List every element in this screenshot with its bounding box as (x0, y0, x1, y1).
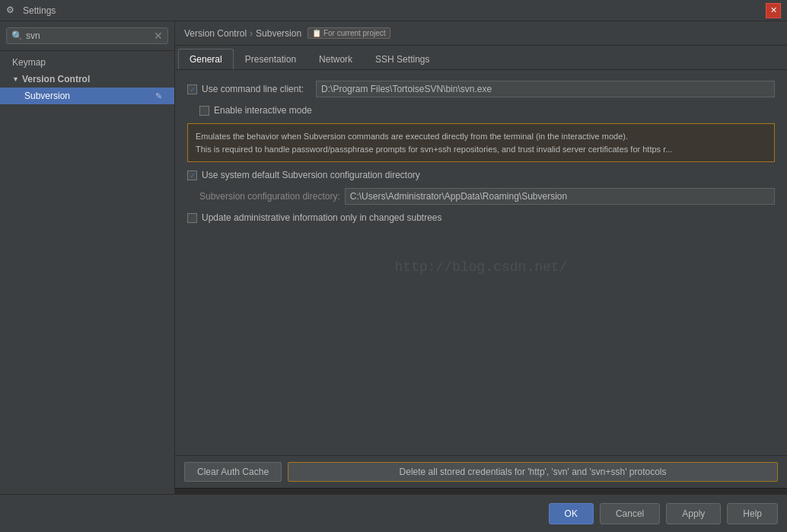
general-panel: Use command line client: Enable interact… (175, 70, 787, 455)
enable-interactive-row: Enable interactive mode (187, 105, 775, 116)
info-box: Emulates the behavior when Subversion co… (187, 123, 775, 162)
title-bar-title: Settings (23, 5, 766, 16)
breadcrumb-sep: › (250, 28, 253, 39)
config-dir-input[interactable] (345, 188, 775, 205)
search-bar: 🔍 ✕ (0, 21, 174, 51)
horizontal-scrollbar[interactable] (175, 488, 787, 494)
use-system-default-label[interactable]: Use system default Subversion configurat… (187, 170, 420, 180)
apply-button[interactable]: Apply (666, 503, 721, 524)
title-bar: ⚙ Settings ✕ (0, 0, 787, 21)
search-icon: 🔍 (11, 30, 23, 41)
use-cmd-client-row: Use command line client: (187, 81, 775, 97)
enable-interactive-label[interactable]: Enable interactive mode (199, 105, 312, 116)
use-system-default-text: Use system default Subversion configurat… (202, 170, 420, 180)
update-admin-label[interactable]: Update administrative information only i… (187, 212, 442, 223)
tabs-bar: General Presentation Network SSH Setting… (175, 46, 787, 70)
tab-ssh-settings[interactable]: SSH Settings (364, 49, 441, 69)
clear-search-icon[interactable]: ✕ (154, 30, 163, 42)
project-badge: 📋 For current project (307, 27, 390, 39)
keymap-label: Keymap (12, 57, 46, 68)
nav-tree: Keymap ▼ Version Control Subversion ✎ (0, 51, 174, 494)
watermark: http://blog.csdn.net/ (395, 260, 568, 275)
config-dir-label: Subversion configuration directory: (199, 191, 340, 202)
sidebar: 🔍 ✕ Keymap ▼ Version Control Subversion … (0, 21, 175, 494)
enable-interactive-checkbox[interactable] (199, 106, 209, 116)
update-admin-checkbox[interactable] (187, 213, 197, 223)
footer: OK Cancel Apply Help (0, 494, 787, 532)
sidebar-item-subversion[interactable]: Subversion ✎ (0, 88, 174, 104)
use-system-default-checkbox[interactable] (187, 170, 197, 180)
ok-button[interactable]: OK (549, 503, 594, 524)
enable-interactive-text: Enable interactive mode (214, 105, 312, 116)
config-dir-row: Subversion configuration directory: (187, 188, 775, 205)
update-admin-text: Update administrative information only i… (202, 212, 442, 223)
use-cmd-label[interactable]: Use command line client: (187, 84, 304, 94)
search-input-wrapper[interactable]: 🔍 ✕ (6, 27, 168, 44)
content-area: Version Control › Subversion 📋 For curre… (175, 21, 787, 494)
use-cmd-checkbox[interactable] (187, 84, 197, 94)
subversion-label: Subversion (24, 91, 70, 101)
breadcrumb-part1: Version Control (184, 28, 247, 39)
delete-credentials-button[interactable]: Delete all stored credentials for 'http'… (288, 462, 778, 482)
tab-network[interactable]: Network (307, 49, 364, 69)
edit-icon: ✎ (155, 91, 162, 101)
use-cmd-text: Use command line client: (202, 84, 304, 94)
tab-general[interactable]: General (178, 49, 234, 69)
project-badge-icon: 📋 (312, 29, 321, 37)
update-admin-row: Update administrative information only i… (187, 212, 775, 223)
info-line1: Emulates the behavior when Subversion co… (196, 130, 766, 143)
main-layout: 🔍 ✕ Keymap ▼ Version Control Subversion … (0, 21, 787, 494)
search-input[interactable] (26, 30, 154, 41)
breadcrumb-part2: Subversion (256, 28, 301, 39)
cmd-client-path-input[interactable] (316, 81, 775, 97)
info-line2: This is required to handle password/pass… (196, 143, 766, 156)
cancel-button[interactable]: Cancel (600, 503, 660, 524)
clear-auth-cache-button[interactable]: Clear Auth Cache (184, 462, 282, 482)
collapse-icon: ▼ (12, 75, 19, 83)
tab-presentation[interactable]: Presentation (234, 49, 307, 69)
app-icon: ⚙ (6, 5, 18, 17)
help-button[interactable]: Help (727, 503, 778, 524)
bottom-buttons-area: Clear Auth Cache Delete all stored crede… (175, 455, 787, 488)
version-control-label: Version Control (22, 74, 90, 84)
breadcrumb: Version Control › Subversion 📋 For curre… (175, 21, 787, 46)
sidebar-item-version-control[interactable]: ▼ Version Control (0, 71, 174, 88)
sidebar-item-keymap[interactable]: Keymap (0, 54, 174, 71)
use-system-default-row: Use system default Subversion configurat… (187, 170, 775, 180)
close-button[interactable]: ✕ (766, 3, 781, 18)
